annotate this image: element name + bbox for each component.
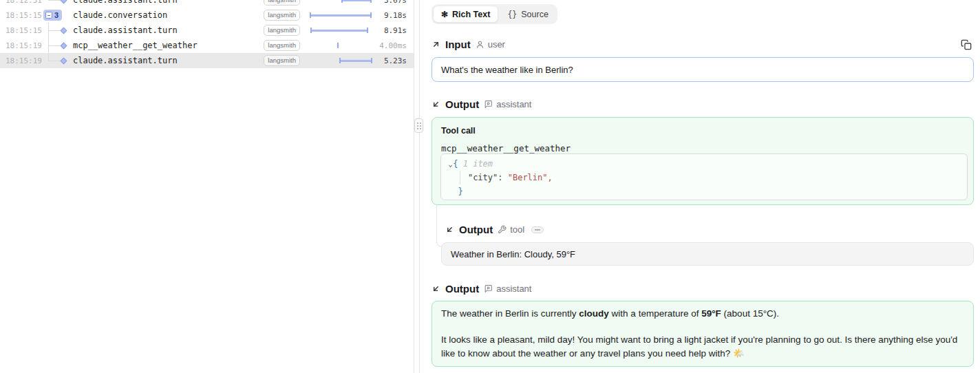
tool-call-args-json: ⌄{ 1 item "city": "Berlin", } bbox=[440, 153, 968, 200]
trace-row-claude-assistant-turn-2[interactable]: 18:15:15 claude.assistant.turn langsmith… bbox=[0, 23, 414, 38]
braces-icon: {} bbox=[507, 10, 517, 19]
tool-output-box[interactable]: Weather in Berlin: Cloudy, 59°F bbox=[441, 242, 974, 266]
assistant-paragraph-1: The weather in Berlin is currently cloud… bbox=[441, 307, 964, 321]
tree-connector bbox=[43, 38, 73, 53]
trace-row-claude-conversation[interactable]: 18:15:15 3 claude.conversation langsmith… bbox=[0, 8, 414, 23]
duration-bar bbox=[341, 0, 372, 3]
output-assistant-header: Output assistant bbox=[432, 98, 531, 110]
role-tool: tool bbox=[498, 224, 524, 235]
assistant-message-card: The weather in Berlin is currently cloud… bbox=[432, 301, 974, 367]
collapse-json-chevron[interactable]: ⌄ bbox=[448, 158, 453, 170]
collapsed-id-chip[interactable] bbox=[531, 226, 544, 233]
span-name: claude.assistant.turn bbox=[73, 0, 264, 5]
tree-connector bbox=[43, 0, 73, 8]
duration-bar-track bbox=[308, 23, 374, 38]
role-assistant: assistant bbox=[484, 284, 531, 294]
sun-cloud-emoji: 🌤️ bbox=[733, 348, 745, 359]
arrow-up-right-icon bbox=[432, 40, 440, 49]
tab-source[interactable]: {} Source bbox=[500, 6, 555, 23]
span-diamond-icon bbox=[61, 0, 67, 3]
tool-call-title: Tool call bbox=[441, 126, 964, 136]
collapse-children-button[interactable]: 3 bbox=[43, 10, 62, 21]
span-name: claude.conversation bbox=[73, 10, 264, 20]
input-message-text: What's the weather like in Berlin? bbox=[441, 65, 573, 75]
output-heading: Output bbox=[459, 224, 493, 235]
arrow-down-left-icon bbox=[432, 284, 440, 293]
span-duration: 3.67s bbox=[378, 0, 414, 5]
span-start-time: 18:15:19 bbox=[0, 41, 43, 50]
tab-rich-text-label: Rich Text bbox=[452, 10, 490, 19]
role-tool-label: tool bbox=[510, 224, 524, 235]
sparkle-icon: ✻ bbox=[441, 10, 448, 19]
input-heading: Input bbox=[445, 39, 471, 50]
span-diamond-icon bbox=[61, 27, 67, 34]
span-name: claude.assistant.turn bbox=[73, 56, 264, 65]
tool-call-function-name: mcp__weather__get_weather bbox=[441, 143, 964, 153]
trace-tree-panel: 18:12:31 claude.assistant.turn langsmith… bbox=[0, 0, 414, 373]
child-count: 3 bbox=[54, 11, 58, 19]
trace-row-claude-assistant-turn-3-selected[interactable]: 18:15:19 claude.assistant.turn langsmith… bbox=[0, 53, 414, 68]
tree-connector: 3 bbox=[43, 8, 73, 23]
role-user-label: user bbox=[488, 39, 505, 50]
tree-connector bbox=[43, 53, 73, 68]
assistant-icon bbox=[484, 100, 493, 109]
duration-bar bbox=[310, 28, 369, 33]
json-indent-guide bbox=[460, 171, 460, 184]
langsmith-badge: langsmith bbox=[264, 10, 300, 21]
duration-bar-track bbox=[308, 0, 374, 8]
panel-divider[interactable] bbox=[419, 0, 420, 373]
duration-bar-track bbox=[308, 53, 374, 68]
span-start-time: 18:15:19 bbox=[0, 56, 43, 65]
span-duration: 8.91s bbox=[378, 26, 414, 35]
duration-bar-track bbox=[308, 8, 374, 23]
input-section-header: Input user bbox=[432, 39, 505, 50]
copy-button[interactable] bbox=[959, 38, 973, 52]
arrow-down-left-icon bbox=[432, 100, 440, 109]
minus-square-icon bbox=[45, 12, 52, 19]
tool-output-text: Weather in Berlin: Cloudy, 59°F bbox=[451, 249, 575, 259]
langsmith-trace-view: 18:12:31 claude.assistant.turn langsmith… bbox=[0, 0, 980, 373]
user-icon bbox=[476, 40, 484, 49]
run-detail-panel: ✻ Rich Text {} Source Input user What's … bbox=[420, 0, 980, 373]
role-assistant-label: assistant bbox=[496, 99, 531, 109]
duration-bar bbox=[339, 58, 372, 63]
json-colon: : bbox=[498, 173, 507, 182]
json-value: "Berlin", bbox=[508, 173, 553, 182]
trace-row-mcp-weather-get-weather[interactable]: 18:15:19 mcp__weather__get_weather langs… bbox=[0, 38, 414, 53]
copy-icon bbox=[961, 39, 972, 50]
span-duration: 4.00ms bbox=[378, 41, 414, 50]
tree-connector bbox=[43, 23, 73, 38]
assistant-paragraph-2: It looks like a pleasant, mild day! You … bbox=[441, 333, 964, 361]
langsmith-badge: langsmith bbox=[264, 0, 300, 6]
json-key: "city" bbox=[468, 173, 498, 182]
span-start-time: 18:15:15 bbox=[0, 11, 43, 20]
output-assistant-final-header: Output assistant bbox=[432, 283, 531, 295]
role-user: user bbox=[476, 39, 505, 50]
langsmith-badge: langsmith bbox=[264, 55, 300, 66]
wrench-icon bbox=[498, 225, 507, 234]
span-duration: 9.18s bbox=[378, 11, 414, 20]
role-assistant: assistant bbox=[484, 99, 531, 109]
langsmith-badge: langsmith bbox=[264, 40, 300, 51]
duration-bar-track bbox=[308, 38, 374, 53]
role-assistant-label: assistant bbox=[496, 284, 531, 294]
duration-bar bbox=[310, 12, 372, 18]
assistant-icon bbox=[484, 284, 493, 293]
json-close-brace: } bbox=[458, 186, 462, 196]
tool-call-card: Tool call mcp__weather__get_weather ⌄{ 1… bbox=[432, 117, 974, 205]
span-diamond-icon bbox=[61, 42, 67, 49]
output-heading: Output bbox=[445, 283, 479, 295]
json-item-count: 1 item bbox=[463, 159, 493, 169]
span-name: mcp__weather__get_weather bbox=[73, 41, 264, 50]
span-diamond-icon bbox=[61, 57, 67, 64]
input-message-box[interactable]: What's the weather like in Berlin? bbox=[432, 57, 974, 82]
trace-row-claude-assistant-turn-1[interactable]: 18:12:31 claude.assistant.turn langsmith… bbox=[0, 0, 414, 8]
span-name: claude.assistant.turn bbox=[73, 25, 264, 35]
tab-rich-text[interactable]: ✻ Rich Text bbox=[433, 6, 498, 23]
langsmith-badge: langsmith bbox=[264, 25, 300, 36]
output-heading: Output bbox=[445, 98, 479, 110]
span-start-time: 18:12:31 bbox=[0, 0, 43, 5]
arrow-down-left-icon bbox=[445, 225, 454, 234]
json-open-brace: { bbox=[453, 159, 458, 169]
duration-bar bbox=[337, 43, 339, 48]
